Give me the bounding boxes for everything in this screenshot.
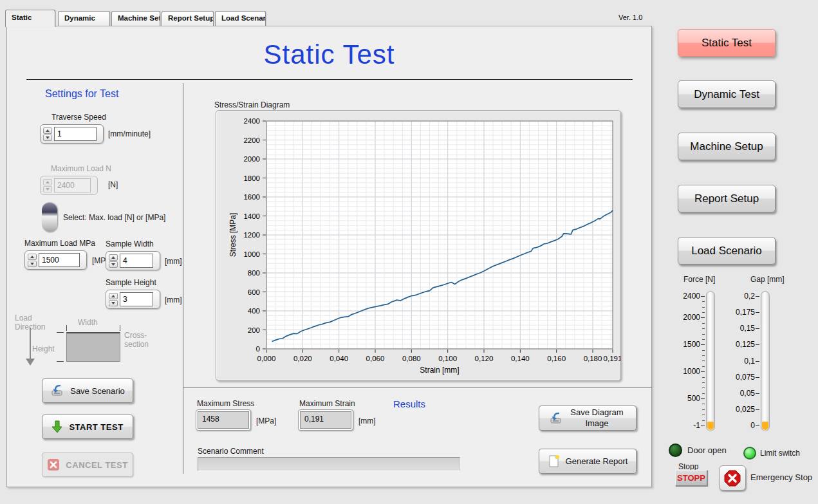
tab-report-setup[interactable]: Report Setup [162, 11, 214, 26]
force-gauge-minor-tick [702, 350, 705, 351]
gap-gauge-tick-mark [756, 361, 759, 362]
emergency-stop-button[interactable] [719, 465, 746, 490]
gap-gauge-scale-label: 0,025 [729, 405, 755, 414]
load-direction-arrowhead-icon [26, 359, 35, 366]
sample-width-spinner[interactable]: 4 [106, 251, 160, 270]
cross-section-label: Cross- section [124, 331, 149, 349]
force-gauge-tick-mark [701, 296, 705, 297]
x-axis-title: Strain [mm] [420, 366, 459, 375]
svg-text:2000: 2000 [243, 155, 260, 163]
tab-machine-setup[interactable]: Machine Setup [111, 11, 160, 26]
gap-gauge-fill [762, 422, 768, 430]
tab-dynamic[interactable]: Dynamic [58, 11, 110, 26]
sample-height-value[interactable]: 3 [120, 292, 153, 306]
load-direction-line1: Load [15, 313, 32, 322]
gap-gauge-label: Gap [mm] [750, 275, 785, 284]
sidebar-button-dynamic-test[interactable]: Dynamic Test [678, 80, 776, 108]
gap-gauge-tick-mark [756, 328, 759, 329]
max-load-mpa-spinner[interactable]: 1500 [24, 250, 87, 270]
svg-text:1600: 1600 [243, 193, 260, 201]
force-gauge-minor-tick [702, 334, 705, 335]
max-load-n-label: Maximum Load N [51, 164, 111, 173]
gap-gauge-scale-label: 0,15 [729, 324, 755, 333]
svg-text:0,100: 0,100 [438, 355, 457, 362]
cross-section-line1: Cross- [124, 331, 147, 340]
scenario-comment-label: Scenario Comment [198, 447, 264, 456]
svg-text:0,180: 0,180 [584, 355, 602, 362]
svg-text:0,120: 0,120 [475, 355, 494, 362]
vertical-divider [183, 83, 183, 474]
save-scenario-label: Save Scenario [70, 386, 125, 396]
results-divider [183, 387, 652, 387]
svg-text:2200: 2200 [243, 136, 260, 144]
increment-button[interactable] [109, 293, 118, 299]
sidebar-button-load-scenario[interactable]: Load Scenario [678, 237, 776, 265]
decrement-button[interactable] [43, 135, 52, 141]
max-stress-value: 1458 [198, 411, 249, 429]
sidebar-button-label: Report Setup [694, 192, 759, 205]
sample-width-value[interactable]: 4 [120, 254, 153, 268]
emergency-stop-icon [723, 469, 741, 487]
decrement-button [43, 186, 52, 192]
tab-load-scenario[interactable]: Load Scenario [215, 11, 266, 26]
tab-label: Dynamic [64, 14, 95, 22]
tab-static[interactable]: Static [5, 10, 55, 27]
gap-gauge-scale-label: 0,175 [729, 308, 755, 317]
traverse-speed-spinner[interactable]: 1 [40, 124, 104, 144]
svg-text:0,140: 0,140 [511, 355, 530, 362]
arrow-down-icon [111, 302, 115, 304]
arrow-up-icon [46, 181, 50, 183]
page-title: Static Test [7, 39, 651, 70]
force-gauge-minor-tick [702, 307, 705, 308]
scenario-comment-field[interactable] [198, 457, 460, 471]
force-gauge-tick-mark [701, 371, 705, 372]
save-scenario-button[interactable]: Save Scenario [42, 378, 133, 403]
svg-text:0,191: 0,191 [604, 355, 620, 362]
decrement-button[interactable] [109, 261, 118, 268]
max-load-mpa-value[interactable]: 1500 [39, 253, 80, 267]
sample-height-spinner[interactable]: 3 [106, 290, 160, 309]
stopp-button[interactable]: STOPP [675, 470, 707, 486]
gap-gauge-slider[interactable] [761, 291, 770, 431]
svg-text:600: 600 [248, 288, 260, 296]
max-load-mpa-label: Maximum Load MPa [24, 239, 95, 248]
force-gauge-minor-tick [702, 415, 705, 415]
limit-switch-label: Limit switch [760, 449, 800, 458]
load-unit-toggle-switch[interactable] [42, 202, 57, 232]
sidebar-button-static-test[interactable]: Static Test [678, 29, 776, 57]
sidebar-button-machine-setup[interactable]: Machine Setup [678, 133, 776, 160]
force-gauge-slider[interactable] [706, 291, 715, 431]
force-gauge-minor-tick [702, 355, 705, 356]
static-tab-page: Static Test Settings for Test Traverse S… [6, 26, 652, 487]
gap-gauge-scale-label: 0,2 [729, 292, 755, 301]
gap-gauge-scale-label: 0,1 [729, 357, 755, 366]
traverse-speed-value[interactable]: 1 [54, 127, 97, 141]
chart-title: Stress/Strain Diagram [214, 100, 290, 109]
increment-button[interactable] [109, 254, 118, 261]
gap-gauge-scale-label: 0,075 [729, 373, 755, 382]
force-gauge-label: Force [N] [683, 275, 715, 284]
arrow-up-icon [111, 256, 115, 259]
increment-button[interactable] [43, 127, 52, 134]
report-document-icon [548, 454, 561, 469]
load-unit-toggle-label: Select: Max. load [N] or [MPa] [63, 213, 165, 222]
cancel-x-icon [47, 458, 60, 471]
force-gauge-scale-label: 1000 [674, 367, 700, 376]
increment-button[interactable] [28, 254, 37, 260]
spinner-arrows [28, 254, 37, 267]
max-load-n-unit: [N] [108, 180, 118, 189]
sidebar-button-report-setup[interactable]: Report Setup [678, 185, 776, 212]
force-gauge-tick-mark [701, 317, 705, 318]
force-gauge-minor-tick [702, 323, 705, 324]
generate-report-label: Generate Report [566, 456, 628, 466]
cross-section-rect [66, 332, 120, 362]
save-diagram-image-button[interactable]: Save Diagram Image [539, 406, 637, 431]
arrow-up-icon [46, 129, 50, 132]
force-gauge-minor-tick [702, 377, 705, 378]
arrow-down-icon [111, 263, 115, 266]
force-gauge-scale-label: 500 [674, 394, 700, 403]
start-test-button[interactable]: START TEST [42, 415, 133, 439]
generate-report-button[interactable]: Generate Report [539, 449, 637, 474]
decrement-button[interactable] [28, 261, 37, 267]
decrement-button[interactable] [109, 300, 118, 306]
